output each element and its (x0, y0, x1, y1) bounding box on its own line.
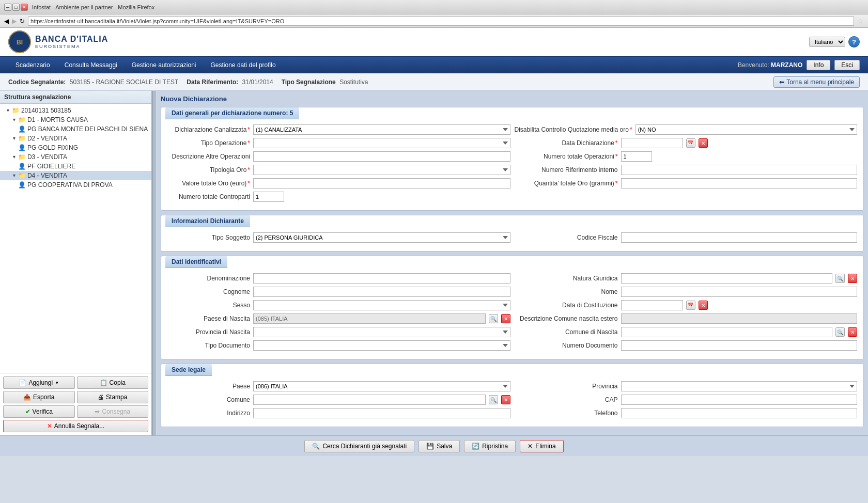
select-disabilita-controllo[interactable]: (N) NO (636, 124, 857, 135)
col-dichiarazione-canalizzata: Dichiarazione Canalizzata* (1) CANALIZZA… (167, 124, 510, 135)
col-paese-sede: Paese (086) ITALIA (167, 381, 510, 391)
verifica-button[interactable]: ✔ Verifica (3, 405, 75, 418)
col-numero-totale-operazioni: Numero totale Operazioni* (515, 151, 858, 162)
annulla-button[interactable]: ✕ Annulla Segnala... (3, 420, 148, 432)
input-numero-totale-controparti[interactable] (253, 192, 284, 202)
select-provincia-sede[interactable] (621, 381, 858, 391)
refresh-btn[interactable]: ↻ (20, 18, 25, 25)
clear-costituzione-btn[interactable]: ✕ (699, 301, 708, 310)
select-tipo-operazione[interactable] (253, 138, 510, 148)
tree-item-d3[interactable]: ▼ 📁 D3 - VENDITA (0, 152, 151, 162)
select-dichiarazione-canalizzata[interactable]: (1) CANALIZZATA (253, 124, 510, 135)
tree-item-d4[interactable]: ▼ 📁 D4 - VENDITA (0, 171, 151, 180)
nav-username: MARZANO (771, 61, 802, 69)
input-numero-riferimento[interactable] (621, 165, 858, 175)
ripristina-button[interactable]: 🔄 Ripristina (464, 440, 516, 452)
tree-item-d4-coop[interactable]: 👤 PG COOPERATIVA DI PROVA (0, 180, 151, 190)
nav-welcome: Benvenuto: MARZANO (738, 61, 802, 69)
menu-principale-button[interactable]: ⬅ Torna al menu principale (773, 76, 860, 88)
search-comune-sede-btn[interactable]: 🔍 (489, 395, 498, 404)
esporta-button[interactable]: 📤 Esporta (3, 391, 75, 403)
clear-data-btn[interactable]: ✕ (699, 138, 708, 148)
minimize-btn[interactable]: ─ (4, 4, 11, 11)
bookmark-icon[interactable]: ☆ (857, 17, 864, 25)
consegna-button[interactable]: ➡ Consegna (77, 405, 149, 418)
panel-dati-generali-body: Dichiarazione Canalizzata* (1) CANALIZZA… (161, 119, 863, 210)
select-tipologia-oro[interactable] (253, 165, 510, 175)
browser-controls[interactable]: ─ □ ✕ (4, 4, 28, 11)
help-button[interactable]: ? (848, 36, 860, 48)
elimina-button[interactable]: ✕ Elimina (520, 440, 563, 452)
label-descrizione-altre: Descrizione Altre Operazioni (167, 153, 250, 160)
forward-btn[interactable]: ▶ (12, 18, 17, 25)
col-comune-nascita: Comune di Nascita 🔍 ✕ (515, 327, 858, 337)
input-data-dichiarazione[interactable] (621, 138, 683, 148)
nav-consulta-messaggi[interactable]: Consulta Messaggi (57, 57, 125, 73)
stampa-button[interactable]: 🖨 Stampa (77, 391, 149, 403)
input-numero-documento[interactable] (621, 340, 858, 351)
select-sesso[interactable] (253, 300, 510, 310)
input-numero-totale-operazioni[interactable] (621, 151, 652, 162)
input-cap-sede[interactable] (621, 395, 858, 405)
input-valore-totale-oro[interactable] (253, 178, 510, 188)
brand-sub: EUROSISTEMA (35, 44, 108, 49)
aggiungi-button[interactable]: 📄 Aggiungi ▼ (3, 376, 75, 389)
select-tipo-documento[interactable] (253, 340, 510, 351)
info-button[interactable]: Info (807, 60, 830, 70)
tree-item-d3-pf[interactable]: 👤 PF GIOIELLIERE (0, 162, 151, 171)
tree-item-root[interactable]: ▼ 📁 20140131 503185 (0, 106, 151, 115)
esci-button[interactable]: Esci (834, 60, 860, 70)
language-select[interactable]: Italiano (809, 37, 845, 47)
clear-comune-btn[interactable]: ✕ (848, 327, 857, 337)
tipo-segnalazione-field: Tipo Segnalazione Sostitutiva (282, 78, 368, 86)
label-tipo-soggetto: Tipo Soggetto (167, 234, 250, 241)
back-btn[interactable]: ◀ (4, 18, 9, 25)
tree-item-d2-gold[interactable]: 👤 PG GOLD FIXING (0, 143, 151, 152)
search-comune-btn[interactable]: 🔍 (835, 327, 845, 337)
calendar-costituzione-icon[interactable]: 📅 (686, 301, 695, 310)
close-btn[interactable]: ✕ (21, 4, 28, 11)
nav-gestione-dati-profilo[interactable]: Gestione dati del profilo (204, 57, 283, 73)
clear-natura-btn[interactable]: ✕ (848, 274, 857, 283)
select-paese-sede[interactable]: (086) ITALIA (253, 381, 510, 391)
check-icon: ✔ (25, 408, 30, 415)
select-provincia-nascita[interactable] (253, 327, 510, 337)
input-indirizzo-sede[interactable] (253, 408, 510, 418)
maximize-btn[interactable]: □ (12, 4, 20, 11)
input-descrizione-comune-estero[interactable] (621, 313, 858, 324)
panel-tab-dati-generali: Dati generali per dichiarazione numero: … (165, 107, 299, 119)
input-codice-fiscale[interactable] (621, 232, 858, 243)
tree-item-d1[interactable]: ▼ 📁 D1 - MORTIS CAUSA (0, 115, 151, 124)
input-natura-giuridica[interactable] (621, 273, 833, 284)
input-data-costituzione[interactable] (621, 300, 683, 310)
input-cognome[interactable] (253, 287, 510, 297)
clear-comune-sede-btn[interactable]: ✕ (501, 395, 510, 404)
salva-button[interactable]: 💾 Salva (419, 440, 460, 452)
input-paese-nascita[interactable] (253, 313, 486, 324)
nav-gestione-autorizzazioni[interactable]: Gestione autorizzazioni (125, 57, 204, 73)
input-comune-sede[interactable] (253, 395, 486, 405)
tree-item-d2[interactable]: ▼ 📁 D2 - VENDITA (0, 134, 151, 143)
tree-label-d1-banca: PG BANCA MONTE DEI PASCHI DI SIENA (27, 125, 148, 133)
cerca-dichiaranti-button[interactable]: 🔍 Cerca Dichiaranti già segnalati (304, 440, 414, 452)
clear-paese-btn[interactable]: ✕ (501, 314, 510, 323)
input-comune-nascita[interactable] (621, 327, 833, 337)
input-quantita-totale-oro[interactable] (621, 178, 858, 188)
search-paese-btn[interactable]: 🔍 (489, 314, 498, 323)
nav-bar: Scadenzario Consulta Messaggi Gestione a… (0, 57, 868, 73)
select-tipo-soggetto[interactable]: (2) PERSONA GIURIDICA (253, 232, 510, 243)
row-tipo-operazione: Tipo Operazione* Data Dichiarazione* 📅 ✕ (167, 138, 857, 148)
copia-button[interactable]: 📋 Copia (77, 376, 149, 389)
search-natura-btn[interactable]: 🔍 (835, 274, 845, 283)
tree-item-d1-banca[interactable]: 👤 PG BANCA MONTE DEI PASCHI DI SIENA (0, 124, 151, 134)
info-bar: Codice Segnalante: 503185 - RAGIONE SOCI… (0, 73, 868, 91)
col-disabilita-controllo: Disabilita Controllo Quotazione media or… (515, 124, 858, 135)
input-telefono-sede[interactable] (621, 408, 858, 418)
nav-scadenzario[interactable]: Scadenzario (8, 57, 57, 73)
calendar-icon[interactable]: 📅 (686, 138, 695, 148)
address-bar[interactable] (28, 17, 854, 26)
input-nome[interactable] (621, 287, 858, 297)
label-dichiarazione-canalizzata: Dichiarazione Canalizzata* (167, 126, 250, 133)
input-descrizione-altre[interactable] (253, 151, 510, 162)
input-denominazione[interactable] (253, 273, 510, 284)
